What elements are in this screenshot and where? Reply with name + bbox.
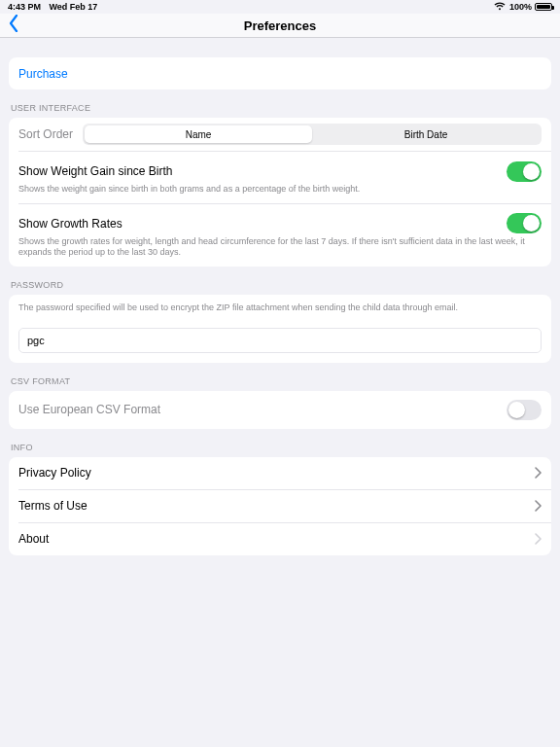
status-right: 100% bbox=[494, 2, 552, 13]
sort-order-label: Sort Order bbox=[18, 127, 73, 141]
status-time: 4:43 PM bbox=[8, 2, 41, 12]
weight-gain-desc: Shows the weight gain since birth in bot… bbox=[9, 184, 551, 203]
status-date: Wed Feb 17 bbox=[50, 2, 98, 12]
section-header-user-interface: USER INTERFACE bbox=[9, 89, 551, 118]
info-card: Privacy Policy Terms of Use About bbox=[9, 457, 551, 555]
user-interface-card: Sort Order Name Birth Date Show Weight G… bbox=[9, 118, 551, 267]
csv-toggle[interactable] bbox=[507, 400, 542, 420]
chevron-right-icon bbox=[535, 467, 542, 479]
wifi-icon bbox=[494, 2, 506, 13]
purchase-card: Purchase bbox=[9, 57, 551, 89]
password-desc: The password specified will be used to e… bbox=[9, 295, 551, 322]
status-left: 4:43 PM Wed Feb 17 bbox=[8, 2, 103, 12]
terms-of-use-row[interactable]: Terms of Use bbox=[9, 490, 551, 522]
weight-gain-row: Show Weight Gain since Birth bbox=[9, 152, 551, 184]
csv-row: Use European CSV Format bbox=[9, 391, 551, 429]
segment-birth-label: Birth Date bbox=[404, 129, 447, 140]
csv-label: Use European CSV Format bbox=[18, 403, 507, 416]
terms-of-use-label: Terms of Use bbox=[18, 499, 535, 513]
password-card: The password specified will be used to e… bbox=[9, 295, 551, 363]
sort-order-segmented[interactable]: Name Birth Date bbox=[83, 124, 542, 145]
battery-icon bbox=[535, 3, 552, 11]
chevron-right-icon bbox=[535, 500, 542, 512]
segment-name-label: Name bbox=[186, 129, 212, 140]
weight-gain-toggle[interactable] bbox=[507, 161, 542, 182]
privacy-policy-label: Privacy Policy bbox=[18, 466, 535, 480]
growth-rates-label: Show Growth Rates bbox=[18, 217, 507, 231]
sort-order-row: Sort Order Name Birth Date bbox=[9, 118, 551, 151]
section-header-password: PASSWORD bbox=[9, 267, 551, 295]
password-input[interactable] bbox=[18, 328, 542, 353]
purchase-label: Purchase bbox=[18, 67, 68, 81]
about-label: About bbox=[18, 532, 535, 546]
section-header-csv: CSV FORMAT bbox=[9, 363, 551, 391]
segment-name[interactable]: Name bbox=[85, 125, 312, 143]
privacy-policy-row[interactable]: Privacy Policy bbox=[9, 457, 551, 489]
back-button[interactable] bbox=[9, 15, 20, 36]
csv-card: Use European CSV Format bbox=[9, 391, 551, 429]
purchase-row[interactable]: Purchase bbox=[9, 57, 551, 89]
segment-birth-date[interactable]: Birth Date bbox=[312, 125, 540, 143]
weight-gain-label: Show Weight Gain since Birth bbox=[18, 164, 507, 178]
growth-rates-row: Show Growth Rates bbox=[9, 204, 551, 236]
about-row[interactable]: About bbox=[9, 523, 551, 555]
section-header-info: INFO bbox=[9, 429, 551, 457]
page-title: Preferences bbox=[244, 18, 316, 33]
chevron-right-icon bbox=[535, 533, 542, 545]
growth-rates-toggle[interactable] bbox=[507, 213, 542, 233]
status-bar: 4:43 PM Wed Feb 17 100% bbox=[0, 0, 560, 14]
battery-percent: 100% bbox=[509, 2, 532, 12]
nav-bar: Preferences bbox=[0, 14, 560, 38]
growth-rates-desc: Shows the growth rates for weight, lengt… bbox=[9, 236, 551, 267]
